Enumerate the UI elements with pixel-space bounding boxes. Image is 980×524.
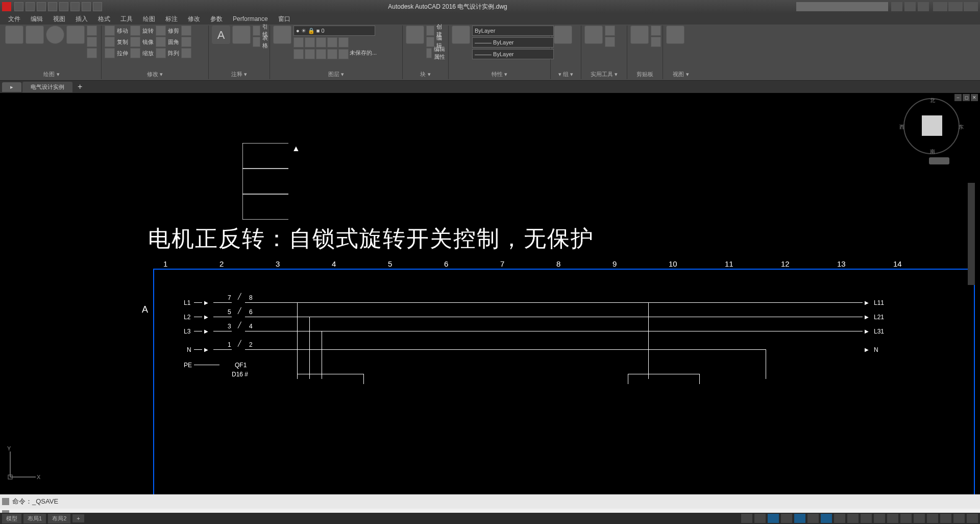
layer-match-icon[interactable] [338, 37, 349, 47]
layout2-tab[interactable]: 布局2 [48, 514, 70, 523]
edit-block-icon[interactable] [426, 37, 434, 47]
ellipse-icon[interactable] [87, 37, 97, 47]
insert-block-icon[interactable] [406, 26, 424, 44]
sb-workspace-icon[interactable] [927, 514, 938, 523]
layer-lock-icon[interactable] [316, 37, 326, 47]
layer-freeze-icon[interactable] [305, 37, 315, 47]
doc-tab-add[interactable]: + [74, 82, 86, 91]
qat-redo-icon[interactable] [82, 2, 91, 11]
stretch-icon[interactable] [105, 48, 115, 58]
cube-face[interactable] [922, 115, 942, 136]
layer-combo[interactable]: ● ☀ 🔒 ■ 0 [293, 26, 375, 36]
doc-tab-current[interactable]: 电气设计实例 [22, 82, 72, 92]
sb-otrack-icon[interactable] [847, 514, 859, 523]
panel-label-annotate[interactable]: 注释 ▾ [212, 69, 266, 78]
measure-icon[interactable] [584, 26, 603, 44]
dwg-restore[interactable]: ◻ [963, 94, 970, 101]
leader-icon[interactable] [253, 26, 260, 36]
layout-add[interactable]: + [72, 514, 84, 522]
minimize-button[interactable] [933, 2, 947, 11]
qat-plot-icon[interactable] [59, 2, 68, 11]
panel-label-modify[interactable]: 修改 ▾ [105, 69, 205, 78]
sb-osnap-icon[interactable] [821, 514, 832, 523]
trim-icon[interactable] [156, 26, 166, 36]
layer-walk-icon[interactable] [338, 49, 349, 59]
menu-format[interactable]: 格式 [95, 14, 113, 25]
menu-file[interactable]: 文件 [5, 14, 23, 25]
edit-attr-icon[interactable] [426, 48, 432, 58]
compass-ring[interactable]: 北 南 西 东 [903, 98, 960, 154]
array-icon[interactable] [156, 48, 166, 58]
dwg-close[interactable]: ✕ [971, 94, 978, 101]
maximize-button[interactable] [948, 2, 963, 11]
polyline-icon[interactable] [26, 26, 44, 44]
sb-hardware-icon[interactable] [940, 514, 951, 523]
arc-icon[interactable] [66, 26, 85, 44]
sb-cycling-icon[interactable] [887, 514, 898, 523]
viewcube[interactable]: 北 南 西 东 [903, 98, 960, 154]
close-button[interactable] [964, 2, 978, 11]
menu-dimension[interactable]: 标注 [162, 14, 181, 25]
circle-icon[interactable] [46, 26, 64, 44]
menu-insert[interactable]: 插入 [72, 14, 91, 25]
sb-transparency-icon[interactable] [874, 514, 885, 523]
menu-edit[interactable]: 编辑 [28, 14, 46, 25]
base-view-icon[interactable] [666, 26, 684, 44]
sb-3dosnap-icon[interactable] [834, 514, 845, 523]
menu-modify[interactable]: 修改 [185, 14, 203, 25]
clip-copy-icon[interactable] [651, 37, 661, 47]
nav-bar[interactable] [929, 157, 949, 164]
dimension-icon[interactable] [232, 26, 251, 44]
panel-label-groups[interactable]: ▾ 组 ▾ [554, 69, 578, 78]
menu-window[interactable]: 窗口 [275, 14, 293, 25]
copy-icon[interactable] [105, 37, 115, 47]
app-icon[interactable] [2, 2, 11, 11]
panel-label-view[interactable]: 视图 ▾ [666, 69, 696, 78]
qat-saveas-icon[interactable] [48, 2, 57, 11]
sb-annoscale-icon[interactable] [914, 514, 925, 523]
layout1-tab[interactable]: 布局1 [23, 514, 46, 523]
layer-prev-icon[interactable] [327, 49, 337, 59]
sb-clean-icon[interactable] [953, 514, 965, 523]
sb-ortho-icon[interactable] [781, 514, 792, 523]
layer-off-icon[interactable] [327, 37, 337, 47]
doc-tab-start[interactable]: ▸ [2, 82, 21, 92]
hatch-icon[interactable] [87, 48, 97, 58]
menu-view[interactable]: 视图 [50, 14, 68, 25]
layer-thaw-icon[interactable] [305, 49, 315, 59]
match-props-icon[interactable] [452, 26, 470, 44]
qat-dropdown-icon[interactable] [93, 2, 102, 11]
qat-new-icon[interactable] [14, 2, 23, 11]
rect-icon[interactable] [87, 26, 97, 36]
sb-model-icon[interactable] [741, 514, 752, 523]
qat-undo-icon[interactable] [70, 2, 80, 11]
command-close-icon[interactable] [2, 498, 9, 505]
exchange-icon[interactable] [904, 2, 916, 11]
vertical-scrollbar[interactable] [968, 183, 975, 285]
help-icon[interactable] [918, 2, 929, 11]
sb-snap-icon[interactable] [768, 514, 779, 523]
cut-icon[interactable] [651, 26, 661, 36]
qat-open-icon[interactable] [26, 2, 35, 11]
explode-icon[interactable] [181, 37, 191, 47]
linetype-combo[interactable]: ——— ByLayer [472, 37, 554, 47]
text-icon[interactable]: A [212, 26, 230, 44]
qat-save-icon[interactable] [37, 2, 46, 11]
sb-isodraft-icon[interactable] [807, 514, 819, 523]
move-icon[interactable] [105, 26, 115, 36]
sb-customize-icon[interactable] [967, 514, 978, 523]
panel-label-layers[interactable]: 图层 ▾ [273, 69, 399, 78]
menu-performance[interactable]: Performance [230, 14, 271, 23]
panel-label-props[interactable]: 特性 ▾ [452, 69, 547, 78]
panel-label-clipboard[interactable]: 剪贴板 [630, 69, 659, 78]
table-icon[interactable] [253, 37, 260, 47]
menu-parametric[interactable]: 参数 [207, 14, 226, 25]
signin-icon[interactable] [891, 2, 902, 11]
sb-lwt-icon[interactable] [861, 514, 872, 523]
menu-draw[interactable]: 绘图 [140, 14, 158, 25]
panel-label-draw[interactable]: 绘图 ▾ [5, 69, 98, 78]
help-search-input[interactable] [796, 2, 888, 11]
layer-iso-icon[interactable] [293, 37, 304, 47]
line-icon[interactable] [5, 26, 23, 44]
layer-on-icon[interactable] [293, 49, 304, 59]
